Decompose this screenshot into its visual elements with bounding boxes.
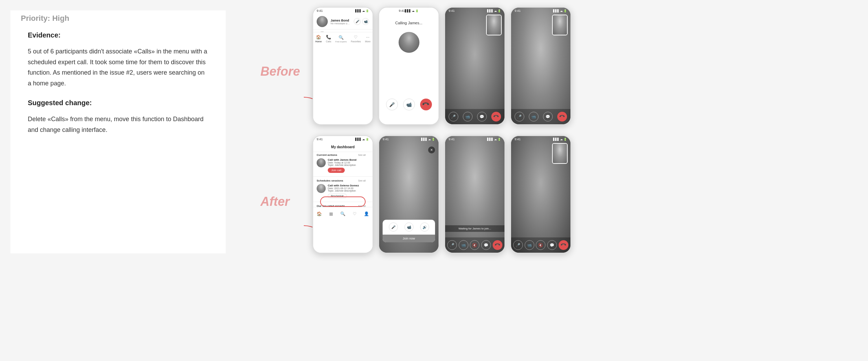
nav-calls-b1[interactable]: 📞 Calls [326,35,331,43]
calling-controls: 🎤 📹 📞 [386,99,432,110]
phone-before-4: 9:41 ▋▋▋ ☁ 🔋 🎤 📹 💬 📞 [510,7,571,125]
pip-b4 [552,15,568,35]
suggested-text: Delete «Calls» from the menu, move this … [28,114,208,135]
modal-close-btn[interactable]: × [428,146,435,153]
contact-james: James Bond No messages yet... 🎤 📹 [313,14,373,30]
profile-icon-a1: 👤 [364,211,369,216]
call2-topic: Topic: Job/role description [328,190,369,192]
nav-find-b1[interactable]: 🔍 Find experts [335,35,347,43]
call-james-item: Call with James Bond Date: Today at 12:0… [313,157,373,175]
reschedule-button[interactable]: Reschedule [328,194,347,198]
right-section: Before After 9:41 ▋ [240,0,868,361]
vc-end-b4[interactable]: 📞 [555,110,569,124]
nav-more-b1[interactable]: ··· More [365,35,370,43]
status-bar-b4: 9:41 ▋▋▋ ☁ 🔋 [511,8,570,14]
vc-mic-b3[interactable]: 🎤 [449,112,458,121]
wait-video-btn[interactable]: 📹 [459,240,468,250]
james-name: James Bond [331,19,351,22]
video-screen-b3: 9:41 ▋▋▋ ☁ 🔋 🎤 📹 💬 📞 [445,8,504,124]
bottom-nav-b1: 🏠 Home 📞 Calls 🔍 Find experts ♡ Favorite… [313,32,373,45]
status-bar-a3: 9:41 ▋▋▋ ☁ 🔋 [445,136,504,142]
call1-date: Date: Today at 12:00 [328,161,369,164]
divider-1 [313,176,373,177]
video-screen-a4: 9:41 ▋▋▋ ☁ 🔋 🎤 📹 🔇 💬 📞 [511,136,570,253]
priority-label: Priority: High [21,14,69,23]
video-btn[interactable]: 📹 [403,99,415,110]
status-bar-b2: 9:41 ▋▋▋ ☁ 🔋 [395,8,423,14]
nav-search-a1[interactable]: 🔍 [340,211,345,216]
dashboard-header: My dashboard [313,142,373,152]
call2-name: Call with Selena Gomez [328,184,369,187]
selena-dash-avatar [317,184,326,193]
current-actions-title: Current actions [317,153,337,157]
vc-end-a4[interactable]: 📞 [557,238,570,252]
join-call-button[interactable]: Join call [328,168,345,173]
after-label: After [260,194,290,209]
status-bar-a4: 9:41 ▋▋▋ ☁ 🔋 [511,136,570,142]
contact-list-screen: 9:41 ▋▋▋ ☁ 🔋 James Bond No messages yet.… [313,8,373,124]
nav-profile-a1[interactable]: 👤 [364,211,369,216]
status-bar-a2: 9:41 ▋▋▋ ☁ 🔋 [379,136,439,142]
phone-after-1: 9:41 ▋▋▋ ☁ 🔋 My dashboard Current action… [312,135,373,253]
vc-mute-a4[interactable]: 🔇 [536,240,545,250]
before-label: Before [260,64,300,79]
modal-bg: 9:41 ▋▋▋ ☁ 🔋 × 🎤 📹 🔊 Join now [379,136,439,253]
vc-chat-a4[interactable]: 💬 [547,240,557,250]
waiting-text: Waiting for James to join... [445,225,504,232]
wait-end-btn[interactable]: 📞 [491,238,504,252]
calling-avatar [399,32,419,53]
vc-chat-b3[interactable]: 💬 [477,112,487,121]
video-controls-b4: 🎤 📹 💬 📞 [511,109,570,124]
dashboard-screen: 9:41 ▋▋▋ ☁ 🔋 My dashboard Current action… [313,136,373,253]
status-bar-b3: 9:41 ▋▋▋ ☁ 🔋 [445,8,504,14]
find-icon: 🔍 [339,35,344,40]
left-panel: Priority: High Evidence: 5 out of 6 part… [10,10,226,253]
vc-end-b3[interactable]: 📞 [489,110,503,124]
join-now-button[interactable]: Join now [383,235,435,242]
see-all-1[interactable]: See all [358,154,366,156]
wait-mute-btn[interactable]: 🔇 [470,240,479,250]
nav-fav-b1[interactable]: ♡ Favorites [351,35,361,43]
scheduled-title: Schedules sessions [317,179,343,182]
status-bar-a1: 9:41 ▋▋▋ ☁ 🔋 [313,136,373,142]
james-mic-btn[interactable]: 🎤 [354,18,361,25]
evidence-title: Evidence: [28,31,208,39]
dashboard-icon-a1: ▦ [329,211,333,216]
vc-mic-a4[interactable]: 🎤 [513,240,523,250]
modal-media-controls: 🎤 📹 🔊 [383,220,435,235]
wait-chat-btn[interactable]: 💬 [481,240,491,250]
modal-vol-btn[interactable]: 🔊 [420,223,429,232]
nav-home-a1[interactable]: 🏠 [317,211,322,216]
fav-icon-a1: ♡ [353,211,357,216]
current-actions-row: Current actions See all [313,152,373,157]
vc-video-b3[interactable]: 📹 [463,112,473,121]
calling-title: Calling James... [395,21,422,25]
phone-before-3: 9:41 ▋▋▋ ☁ 🔋 🎤 📹 💬 📞 [444,7,505,125]
pip-b3 [486,15,502,35]
end-call-btn[interactable]: 📞 [417,96,434,113]
call1-name: Call with James Bond [328,158,369,161]
nav-dashboard-a1[interactable]: ▦ [329,211,333,216]
wait-mic-btn[interactable]: 🎤 [447,240,457,250]
call-selena-item: Call with Selena Gomez Date: 2021-06-12 … [313,182,373,201]
james-video-btn[interactable]: 📹 [362,18,369,25]
pip-a4 [552,143,568,164]
call1-topic: Topic: Job/role description [328,164,369,166]
vc-video-b4[interactable]: 📹 [529,112,539,121]
vc-chat-b4[interactable]: 💬 [543,112,553,121]
vc-video-a4[interactable]: 📹 [525,240,534,250]
nav-home-b1[interactable]: 🏠 Home [315,35,322,43]
modal-video-btn[interactable]: 📹 [404,223,414,232]
nav-fav-a1[interactable]: ♡ [353,211,357,216]
call2-date: Date: 2021-06-12 14:00 [328,187,369,190]
james-dash-avatar [317,158,326,167]
vc-mic-b4[interactable]: 🎤 [515,112,524,121]
mute-btn[interactable]: 🎤 [386,99,398,110]
video-controls-b3: 🎤 📹 💬 📞 [445,109,504,124]
home-icon-a1: 🏠 [317,211,322,216]
modal-mic-btn[interactable]: 🎤 [389,223,398,232]
phone-after-4: 9:41 ▋▋▋ ☁ 🔋 🎤 📹 🔇 💬 📞 [510,135,571,253]
see-all-2[interactable]: See all [358,179,366,182]
fav-icon: ♡ [354,35,358,40]
evidence-text: 5 out of 6 participants didn't associate… [28,46,208,89]
